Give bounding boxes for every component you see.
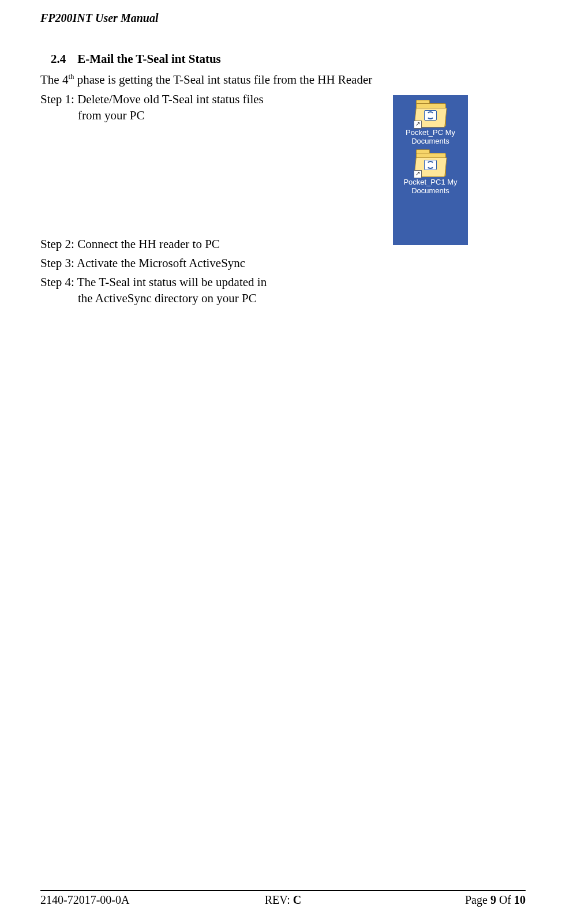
desktop-icons-panel: ↗ Pocket_PC My Documents ↗ Pocket_PC1 My…: [393, 95, 468, 245]
step-2: Step 2: Connect the HH reader to PC: [40, 236, 352, 252]
page-content: 2.4E-Mail the T-Seal int Status The 4th …: [40, 26, 526, 890]
document-page: FP200INT User Manual 2.4E-Mail the T-Sea…: [0, 0, 566, 924]
page-footer: 2140-72017-00-0A REV: C Page 9 Of 10: [40, 890, 526, 924]
footer-page-of: Of: [496, 893, 514, 906]
section-title: E-Mail the T-Seal int Status: [77, 52, 221, 66]
sync-badge-icon: [424, 110, 437, 121]
sync-badge-icon: [424, 160, 437, 170]
desktop-icon-label-1: Pocket_PC My Documents: [395, 129, 466, 146]
folder-sync-icon: ↗: [415, 102, 446, 127]
section-number: 2.4: [51, 52, 66, 66]
step-1: Step 1: Delete/Move old T-Seal int statu…: [40, 92, 389, 123]
footer-page-current: 9: [490, 893, 496, 906]
section-heading: 2.4E-Mail the T-Seal int Status: [51, 52, 526, 66]
footer-rev-value: C: [293, 893, 301, 906]
step-1-line1: Step 1: Delete/Move old T-Seal int statu…: [40, 92, 264, 106]
sync-arrows-icon: [426, 111, 434, 119]
intro-rest: phase is getting the T-Seal int status f…: [74, 73, 373, 87]
desktop-icon-label-2: Pocket_PC1 My Documents: [395, 178, 466, 196]
sync-arrows-icon: [426, 161, 434, 169]
shortcut-arrow-icon: ↗: [414, 170, 422, 178]
intro-superscript: th: [68, 72, 74, 81]
folder-sync-icon: ↗: [415, 152, 446, 177]
step-1-line2: from your PC: [78, 108, 145, 122]
footer-rev-label: REV:: [265, 893, 293, 906]
step-3: Step 3: Activate the Microsoft ActiveSyn…: [40, 256, 352, 271]
step-4-line2: the ActiveSync directory on your PC: [78, 291, 257, 305]
footer-page-number: Page 9 Of 10: [364, 893, 526, 907]
footer-doc-number: 2140-72017-00-0A: [40, 893, 202, 907]
step-4: Step 4: The T-Seal int status will be up…: [40, 275, 389, 306]
footer-page-label: Page: [465, 893, 490, 906]
shortcut-arrow-icon: ↗: [414, 121, 422, 129]
footer-page-total: 10: [514, 893, 526, 906]
intro-paragraph: The 4th phase is getting the T-Seal int …: [40, 72, 526, 87]
step-4-line1: Step 4: The T-Seal int status will be up…: [40, 275, 267, 289]
page-header-title: FP200INT User Manual: [40, 12, 526, 26]
footer-revision: REV: C: [202, 893, 363, 907]
intro-prefix: The 4: [40, 73, 68, 87]
